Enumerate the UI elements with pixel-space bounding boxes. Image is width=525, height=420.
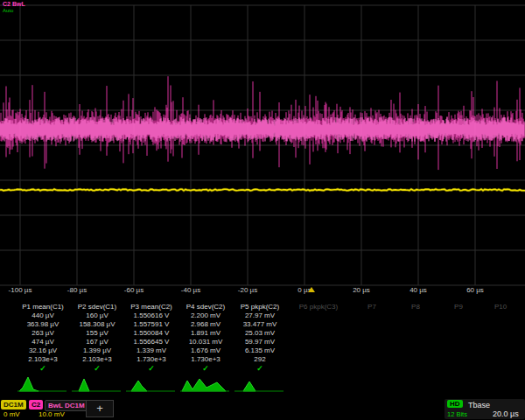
measure-value xyxy=(371,320,373,329)
time-axis-label: -20 µs xyxy=(238,286,257,294)
measure-value: 1.557591 V xyxy=(134,320,170,329)
measure-column: P8 xyxy=(394,302,438,374)
measure-value: 25.03 mV xyxy=(245,329,275,338)
time-axis-label: 60 µs xyxy=(466,286,484,294)
measure-value xyxy=(415,312,416,320)
channel-c2-tab[interactable]: C2 xyxy=(29,400,43,410)
histogram-icon xyxy=(131,381,147,391)
measure-value xyxy=(415,329,416,338)
measure-status xyxy=(318,364,320,374)
hd-badge: HD xyxy=(447,400,463,408)
time-axis-label: -60 µs xyxy=(124,286,144,294)
measure-value xyxy=(458,329,459,338)
measure-value: 2.968 mV xyxy=(191,320,220,329)
crosshair-icon: + xyxy=(96,402,103,415)
measure-value xyxy=(318,338,319,346)
histicon-P4[interactable] xyxy=(178,374,233,395)
time-axis-label: -80 µs xyxy=(67,286,87,294)
measure-status xyxy=(371,364,374,374)
measure-value: 1.891 mV xyxy=(191,329,220,338)
measure-value: 1.730e+3 xyxy=(191,355,220,364)
measure-value xyxy=(318,320,319,329)
measure-value xyxy=(500,320,501,329)
measure-value xyxy=(500,355,501,364)
time-axis: -100 µs-80 µs-60 µs-40 µs-20 µs0 µs20 µs… xyxy=(0,286,525,297)
measure-value: 6.135 mV xyxy=(245,346,275,355)
measure-header[interactable]: P9 xyxy=(454,302,463,312)
measure-column: P1 mean(C1)440 µV363.98 µV263 µV474 µV32… xyxy=(16,302,70,374)
channel-bar: DC1M C2 BwL DC1M 0 mV 10.0 mV + HD Tbase… xyxy=(0,398,525,420)
channel-c1-tab[interactable]: DC1M xyxy=(1,400,26,410)
measure-value: 1.339 mV xyxy=(136,346,166,355)
cursor-widget[interactable]: + xyxy=(86,400,114,417)
measure-value xyxy=(500,329,501,338)
measure-value: 10.031 mV xyxy=(189,338,223,346)
measure-column: P3 mean(C2)1.550616 V1.557591 V1.550084 … xyxy=(124,302,178,374)
timebase-label: Tbase xyxy=(468,401,490,410)
measure-value: 440 µV xyxy=(32,312,54,320)
measure-value xyxy=(458,346,459,355)
c1-offset-readout: 0 mV xyxy=(4,410,20,418)
measure-value: 167 µV xyxy=(86,338,108,346)
measure-column: P7 xyxy=(350,302,394,374)
time-axis-label: 20 µs xyxy=(353,286,370,294)
measure-status: ✓ xyxy=(256,364,263,374)
measure-value: 59.97 mV xyxy=(245,338,275,346)
measure-value xyxy=(458,312,459,320)
measure-value xyxy=(371,312,373,320)
measure-value xyxy=(318,355,319,364)
measure-value: 158.308 µV xyxy=(79,320,115,329)
measure-value: 32.16 µV xyxy=(29,346,57,355)
measure-value: 2.103e+3 xyxy=(82,355,112,364)
measure-value: 1.550084 V xyxy=(134,329,170,338)
histicon-P5[interactable] xyxy=(233,374,287,395)
measure-value: 1.556645 V xyxy=(134,338,170,346)
measure-value: 1.730e+3 xyxy=(136,355,166,364)
measure-value: 474 µV xyxy=(32,338,54,346)
measure-header[interactable]: P6 pkpk(C3) xyxy=(299,302,338,312)
measure-header[interactable]: P5 pkpk(C2) xyxy=(241,302,279,312)
measure-value: 2.200 mV xyxy=(191,312,220,320)
measure-value xyxy=(500,312,501,320)
measure-header[interactable]: P2 sdev(C1) xyxy=(78,302,116,312)
trigger-position-marker[interactable] xyxy=(308,287,315,292)
measure-header[interactable]: P7 xyxy=(368,302,376,312)
measure-header[interactable]: P8 xyxy=(411,302,420,312)
timebase-box[interactable]: HD Tbase 12 Bits 20.0 µs xyxy=(444,399,525,419)
measure-header[interactable]: P4 sdev(C2) xyxy=(186,302,225,312)
histogram-icon xyxy=(79,379,89,391)
histicon-row xyxy=(16,374,523,395)
measure-value xyxy=(500,346,501,355)
measure-value xyxy=(458,320,459,329)
measure-header[interactable]: P3 mean(C2) xyxy=(130,302,172,312)
time-axis-label: -40 µs xyxy=(181,286,200,294)
histogram-icon xyxy=(182,379,226,391)
histogram-icon xyxy=(243,382,256,391)
measure-value: 2.103e+3 xyxy=(28,355,58,364)
histicon-P2[interactable] xyxy=(70,374,124,395)
histicon-P1[interactable] xyxy=(16,374,70,395)
measurement-table: P1 mean(C1)440 µV363.98 µV263 µV474 µV32… xyxy=(16,302,523,374)
histicon-P3[interactable] xyxy=(124,374,178,395)
measure-value xyxy=(415,338,416,346)
timebase-scale: 20.0 µs xyxy=(493,410,519,418)
measure-value xyxy=(371,355,373,364)
measure-value: 363.98 µV xyxy=(27,320,60,329)
time-axis-label: -100 µs xyxy=(9,286,32,294)
measure-column: P4 sdev(C2)2.200 mV2.968 mV1.891 mV10.03… xyxy=(178,302,233,374)
waveform-display xyxy=(0,0,525,298)
measure-value xyxy=(415,355,416,364)
time-axis-label: 40 µs xyxy=(410,286,427,294)
measure-value: 160 µV xyxy=(86,312,108,320)
measure-column: P10 xyxy=(480,302,522,374)
measure-status xyxy=(500,364,502,374)
measure-header[interactable]: P10 xyxy=(494,302,507,312)
measure-value: 1.676 mV xyxy=(191,346,220,355)
measure-value xyxy=(415,320,416,329)
measure-value xyxy=(458,355,459,364)
measure-value xyxy=(458,338,459,346)
measure-value xyxy=(318,329,319,338)
trace-annotation: C2 BwL xyxy=(3,1,25,8)
measure-header[interactable]: P1 mean(C1) xyxy=(22,302,64,312)
measure-status: ✓ xyxy=(94,364,101,374)
